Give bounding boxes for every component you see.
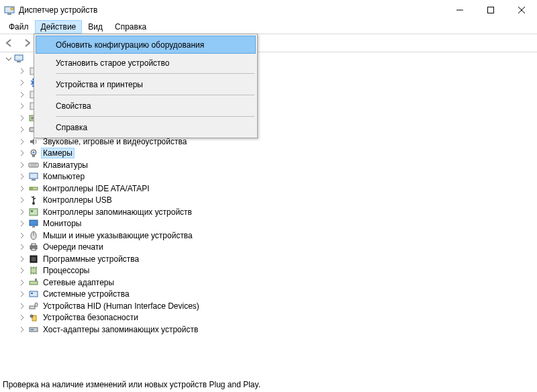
menu-item-add-legacy[interactable]: Установить старое устройство	[36, 54, 256, 72]
tree-item-label: Клавиатуры	[42, 160, 89, 170]
chevron-right-icon[interactable]	[17, 289, 27, 299]
storage-ctrl-icon	[28, 207, 39, 217]
computer-icon	[28, 171, 39, 182]
menu-bar: Файл Действие Вид Справка	[0, 20, 537, 34]
security-icon	[28, 312, 39, 323]
chevron-right-icon[interactable]	[17, 78, 27, 87]
window-controls	[444, 0, 537, 20]
menu-item-properties[interactable]: Свойства	[36, 97, 256, 115]
menu-separator	[56, 95, 254, 95]
tree-item[interactable]: Устройства безопасности	[17, 312, 537, 324]
chevron-right-icon[interactable]	[17, 66, 27, 76]
svg-rect-57	[31, 329, 34, 330]
tree-item[interactable]: Контроллеры запоминающих устройств	[17, 206, 537, 218]
tree-item[interactable]: Хост-адаптеры запоминающих устройств	[17, 324, 537, 336]
status-bar: Проверка на наличие изменений или новых …	[0, 377, 537, 392]
menu-file[interactable]: Файл	[3, 20, 35, 34]
tree-item[interactable]: Контроллеры IDE ATA/ATAPI	[17, 183, 537, 195]
chevron-right-icon[interactable]	[17, 219, 27, 228]
ide-icon	[28, 183, 39, 194]
menu-item-devices-printers[interactable]: Устройства и принтеры	[36, 75, 256, 93]
tree-item-label: Системные устройства	[42, 289, 131, 299]
minimize-button[interactable]	[444, 0, 475, 20]
tree-item[interactable]: Программные устройства	[17, 253, 537, 265]
tree-item[interactable]: Компьютер	[17, 171, 537, 183]
menu-action[interactable]: Действие	[35, 20, 83, 34]
network-icon	[28, 277, 39, 288]
computer-icon	[13, 53, 24, 66]
chevron-right-icon[interactable]	[17, 231, 27, 240]
chevron-right-icon[interactable]	[17, 172, 27, 181]
svg-rect-50	[30, 291, 38, 297]
menu-help[interactable]: Справка	[109, 20, 152, 34]
tree-item[interactable]: Камеры	[17, 148, 537, 160]
svg-rect-49	[35, 279, 37, 281]
close-button[interactable]	[506, 0, 537, 20]
chevron-right-icon[interactable]	[17, 301, 27, 311]
svg-rect-24	[32, 179, 36, 181]
tree-item[interactable]: Мыши и иные указывающие устройства	[17, 230, 537, 242]
toolbar-back-button[interactable]	[1, 35, 17, 51]
chevron-right-icon[interactable]	[17, 125, 27, 134]
tree-item[interactable]: Устройства HID (Human Interface Devices)	[17, 300, 537, 312]
tree-item[interactable]: Процессоры	[17, 265, 537, 277]
usb-icon	[28, 195, 39, 205]
chevron-right-icon[interactable]	[17, 184, 27, 193]
menu-separator	[56, 73, 254, 74]
tree-item-label: Программные устройства	[42, 254, 140, 264]
tree-item[interactable]: Очереди печати	[17, 242, 537, 254]
chevron-right-icon[interactable]	[17, 278, 27, 287]
tree-item[interactable]: Клавиатуры	[17, 159, 537, 171]
tree-item[interactable]: Контроллеры USB	[17, 195, 537, 207]
app-icon	[4, 5, 15, 15]
mouse-icon	[28, 230, 39, 241]
tree-item-label: Компьютер	[42, 172, 86, 181]
menu-item-scan-hardware[interactable]: Обновить конфигурацию оборудования	[36, 36, 256, 54]
chevron-right-icon[interactable]	[17, 195, 27, 205]
svg-rect-41	[31, 268, 36, 273]
tree-item[interactable]: Системные устройства	[17, 289, 537, 301]
svg-rect-52	[30, 306, 35, 309]
toolbar-forward-button[interactable]	[19, 35, 35, 51]
chevron-right-icon[interactable]	[17, 113, 27, 123]
svg-point-55	[30, 315, 33, 317]
tree-item-label: Контроллеры USB	[42, 195, 113, 205]
chevron-right-icon[interactable]	[17, 101, 27, 111]
menu-separator	[56, 116, 254, 117]
title-bar: Диспетчер устройств	[0, 0, 537, 20]
svg-rect-4	[488, 7, 494, 13]
window-title: Диспетчер устройств	[19, 5, 97, 15]
menu-item-help[interactable]: Справка	[36, 118, 256, 136]
menu-view[interactable]: Вид	[82, 20, 109, 34]
chevron-right-icon[interactable]	[17, 266, 27, 275]
tree-item-label: Устройства безопасности	[42, 313, 140, 322]
keyboard-icon	[28, 160, 39, 170]
svg-rect-40	[32, 257, 36, 261]
maximize-button[interactable]	[475, 0, 506, 20]
tree-item[interactable]: Сетевые адаптеры	[17, 277, 537, 289]
svg-rect-19	[32, 155, 35, 157]
chevron-right-icon[interactable]	[17, 137, 27, 146]
chevron-down-icon[interactable]	[4, 54, 13, 64]
chevron-right-icon[interactable]	[17, 242, 27, 252]
svg-rect-31	[31, 210, 33, 212]
tree-item-label: Устройства HID (Human Interface Devices)	[42, 301, 201, 311]
tree-item[interactable]: Мониторы	[17, 218, 537, 230]
software-icon	[28, 254, 39, 264]
chevron-right-icon[interactable]	[17, 207, 27, 217]
svg-rect-33	[32, 226, 35, 228]
svg-rect-48	[30, 281, 38, 285]
svg-rect-1	[7, 13, 11, 15]
svg-point-2	[11, 7, 13, 10]
chevron-right-icon[interactable]	[17, 148, 27, 158]
tree-item-label: Хост-адаптеры запоминающих устройств	[42, 325, 199, 334]
hid-icon	[28, 301, 39, 311]
system-icon	[28, 289, 39, 299]
chevron-right-icon[interactable]	[17, 90, 27, 99]
chevron-right-icon[interactable]	[17, 325, 27, 334]
tree-item-label: Мыши и иные указывающие устройства	[42, 231, 194, 240]
printer-icon	[28, 242, 39, 252]
chevron-right-icon[interactable]	[17, 160, 27, 170]
chevron-right-icon[interactable]	[17, 313, 27, 322]
chevron-right-icon[interactable]	[17, 254, 27, 264]
